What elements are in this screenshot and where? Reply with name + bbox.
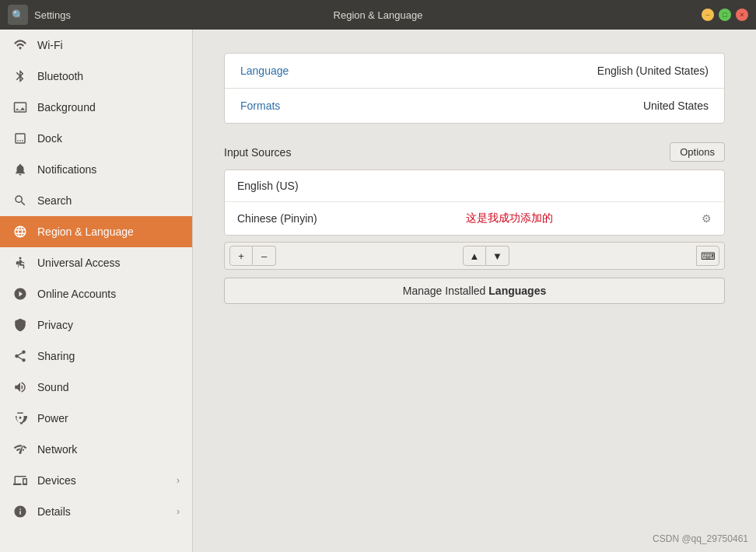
sound-icon: [12, 379, 28, 395]
sidebar-item-label-power: Power: [37, 412, 180, 424]
search-icon: [12, 193, 28, 208]
language-formats-box: Language English (United States) Formats…: [224, 53, 725, 124]
sidebar-item-search[interactable]: Search: [0, 185, 192, 216]
sidebar-item-power[interactable]: Power: [0, 403, 192, 434]
sidebar-item-label-notifications: Notifications: [37, 163, 180, 176]
chinese-pinyin-label: Chinese (Pinyin): [237, 212, 317, 225]
toolbar-center-group: ▲ ▼: [463, 246, 509, 266]
input-source-chinese[interactable]: Chinese (Pinyin) 这是我成功添加的 ⚙: [225, 201, 724, 235]
devices-arrow-icon: ›: [177, 475, 180, 486]
watermark: CSDN @qq_29750461: [653, 533, 748, 544]
sidebar-item-label-search: Search: [37, 194, 180, 207]
sidebar-item-sound[interactable]: Sound: [0, 372, 192, 403]
bluetooth-icon: [12, 68, 28, 84]
sidebar-item-label-sound: Sound: [37, 381, 180, 393]
wifi-icon: [12, 37, 28, 53]
input-sources-box: English (US) Chinese (Pinyin) 这是我成功添加的 ⚙: [224, 169, 725, 236]
sidebar-item-label-online-accounts: Online Accounts: [37, 288, 180, 300]
sidebar-item-notifications[interactable]: Notifications: [0, 154, 192, 185]
sidebar: Wi-Fi Bluetooth Background Dock: [0, 30, 193, 552]
sidebar-item-dock[interactable]: Dock: [0, 123, 192, 154]
details-icon: [12, 504, 28, 519]
formats-value: United States: [643, 100, 709, 112]
annotation-arrow: [193, 30, 201, 76]
sidebar-item-label-bluetooth: Bluetooth: [37, 70, 180, 82]
page-title: Region & Language: [334, 9, 423, 21]
accounts-icon: [12, 286, 28, 302]
titlebar-left: 🔍 Settings: [8, 5, 71, 25]
toolbar-left-group: + –: [229, 246, 276, 266]
toolbar-right-group: ⌨: [696, 246, 719, 266]
sidebar-item-label-dock: Dock: [37, 132, 180, 145]
formats-label: Formats: [240, 100, 280, 112]
language-label: Language: [240, 65, 289, 77]
app-title: Settings: [34, 9, 71, 21]
access-icon: [12, 255, 28, 271]
remove-source-button[interactable]: –: [253, 246, 276, 266]
keyboard-button[interactable]: ⌨: [696, 246, 719, 266]
network-icon: [12, 442, 28, 457]
move-up-button[interactable]: ▲: [463, 246, 486, 266]
maximize-button[interactable]: □: [719, 9, 731, 21]
move-down-button[interactable]: ▼: [486, 246, 509, 266]
close-button[interactable]: ×: [736, 9, 748, 21]
details-arrow-icon: ›: [177, 506, 180, 517]
input-sources-toolbar: + – ▲ ▼ ⌨: [224, 242, 725, 270]
power-icon: [12, 411, 28, 426]
app-body: Wi-Fi Bluetooth Background Dock: [0, 30, 756, 552]
sidebar-item-label-devices: Devices: [37, 474, 167, 487]
devices-icon: [12, 473, 28, 488]
input-source-english[interactable]: English (US): [225, 170, 724, 201]
chinese-annotation: 这是我成功添加的: [466, 211, 553, 225]
sidebar-item-label-sharing: Sharing: [37, 350, 180, 362]
sidebar-item-network[interactable]: Network: [0, 434, 192, 465]
manage-label-highlight: Languages: [488, 285, 546, 297]
sidebar-item-label-region: Region & Language: [37, 225, 180, 238]
sharing-icon: [12, 348, 28, 364]
language-row[interactable]: Language English (United States): [225, 54, 724, 88]
english-us-label: English (US): [237, 180, 299, 192]
privacy-icon: [12, 317, 28, 333]
titlebar: 🔍 Settings Region & Language – □ ×: [0, 0, 756, 30]
formats-row[interactable]: Formats United States: [225, 88, 724, 123]
minimize-button[interactable]: –: [702, 9, 714, 21]
sidebar-item-universal-access[interactable]: Universal Access: [0, 247, 192, 278]
sidebar-item-online-accounts[interactable]: Online Accounts: [0, 278, 192, 309]
titlebar-search-button[interactable]: 🔍: [8, 5, 28, 25]
dock-icon: [12, 131, 28, 146]
bell-icon: [12, 162, 28, 177]
sidebar-item-region[interactable]: Region & Language: [0, 216, 192, 247]
add-source-button[interactable]: +: [229, 246, 253, 266]
sidebar-item-wifi[interactable]: Wi-Fi: [0, 30, 192, 61]
input-sources-title: Input Sources: [224, 146, 291, 159]
options-button[interactable]: Options: [670, 142, 725, 162]
gear-icon[interactable]: ⚙: [702, 212, 712, 225]
input-sources-header: Input Sources Options: [224, 142, 725, 162]
background-icon: [12, 100, 28, 115]
region-icon: [12, 224, 28, 239]
sidebar-item-devices[interactable]: Devices ›: [0, 465, 192, 496]
sidebar-item-label-privacy: Privacy: [37, 319, 180, 331]
sidebar-item-label-background: Background: [37, 101, 180, 114]
svg-point-0: [19, 257, 22, 260]
sidebar-item-label-details: Details: [37, 505, 167, 518]
sidebar-item-background[interactable]: Background: [0, 92, 192, 123]
sidebar-item-sharing[interactable]: Sharing: [0, 341, 192, 372]
sidebar-item-label-wifi: Wi-Fi: [37, 39, 180, 51]
sidebar-item-bluetooth[interactable]: Bluetooth: [0, 61, 192, 92]
sidebar-item-label-universal-access: Universal Access: [37, 257, 180, 269]
content-area: Language English (United States) Formats…: [193, 30, 756, 552]
language-value: English (United States): [597, 65, 709, 77]
sidebar-item-privacy[interactable]: Privacy: [0, 309, 192, 341]
manage-label-prefix: Manage Installed: [403, 285, 489, 297]
manage-languages-button[interactable]: Manage Installed Languages: [224, 278, 725, 304]
sidebar-item-label-network: Network: [37, 443, 180, 456]
window-controls: – □ ×: [702, 9, 748, 21]
sidebar-item-details[interactable]: Details ›: [0, 496, 192, 527]
